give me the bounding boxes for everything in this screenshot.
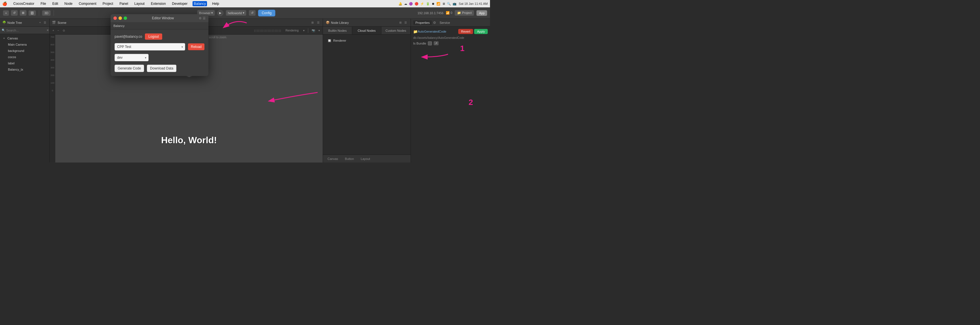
tab-service[interactable]: Service: [437, 21, 452, 25]
editor-actions-row: Generate Code Download Data: [115, 65, 204, 72]
ruler-500: 500: [51, 51, 54, 54]
node-tree-menu-btn[interactable]: ☰: [43, 21, 47, 24]
renderer-label: Renderer: [333, 39, 346, 42]
separator-1: [39, 10, 39, 16]
menubar-node[interactable]: Node: [63, 1, 74, 6]
menubar-file[interactable]: File: [40, 1, 47, 6]
config-button[interactable]: Config: [258, 10, 275, 16]
menubar-edit[interactable]: Edit: [51, 1, 59, 6]
menubar-balancy[interactable]: Balancy: [192, 1, 207, 6]
fit-button[interactable]: ⊠: [19, 10, 27, 16]
project-icon: 📁: [457, 11, 461, 14]
app-button[interactable]: App: [476, 10, 487, 16]
tab-cloud-nodes[interactable]: Cloud Nodes: [352, 27, 382, 34]
camera-btn[interactable]: 📷: [310, 29, 316, 33]
menubar-developer[interactable]: Developer: [171, 1, 189, 6]
editor-more-btn[interactable]: ☰: [203, 16, 205, 20]
editor-subtitle-label: Balancy: [113, 24, 124, 27]
add-button[interactable]: +: [3, 10, 9, 16]
external-link-btn[interactable]: ↗: [434, 41, 439, 45]
browser-arrow-icon: ▾: [211, 11, 213, 15]
tab-properties[interactable]: Properties: [413, 21, 432, 25]
maximize-window-button[interactable]: [124, 16, 127, 20]
properties-service-icon: ⚙: [433, 21, 436, 25]
toolbar-center: Browser ▾ ▶ helloworld ▾ ↺ Config: [57, 10, 416, 16]
node-lib-dock-btn[interactable]: ⊞: [398, 21, 402, 24]
screenshot-button[interactable]: 🖼: [29, 10, 36, 16]
tab-custom-nodes[interactable]: Custom Nodes: [382, 27, 410, 34]
node-lib-item-renderer[interactable]: 🔲 Renderer: [325, 37, 408, 44]
logout-button[interactable]: Logout: [145, 33, 162, 40]
ruler-marks: | | | | | | | | | | | | | | | | | | | |: [255, 29, 281, 32]
menubar-component[interactable]: Component: [78, 1, 97, 6]
prop-header-row: 📁 AutoGeneratedCode Revert Apply: [413, 29, 488, 34]
scene-menu-btn[interactable]: ☰: [316, 21, 320, 24]
editor-title-actions: ⚙ ☰: [199, 16, 205, 20]
notification-icon[interactable]: 🔔: [398, 2, 402, 6]
search-input[interactable]: [6, 29, 45, 32]
editor-settings-btn[interactable]: ⚙: [199, 16, 202, 20]
record-icon: ⏺: [431, 2, 435, 5]
tab-builtin-nodes[interactable]: Builtin Nodes: [323, 27, 352, 34]
rendering-menu-btn[interactable]: ▾: [302, 29, 306, 33]
display-icon: 📺: [453, 2, 457, 6]
tree-item-canvas[interactable]: ▾ Canvas: [0, 35, 49, 41]
tree-item-background[interactable]: background: [0, 48, 49, 54]
search-clear-icon[interactable]: ✕: [46, 29, 49, 32]
bottom-tab-button[interactable]: Button: [342, 156, 356, 161]
menubar-help[interactable]: Help: [211, 1, 220, 6]
search-menu-icon[interactable]: 🔍: [447, 2, 451, 6]
apply-button[interactable]: Apply: [474, 29, 488, 34]
tree-item-balancy-tx[interactable]: Balancy_tx: [0, 66, 49, 73]
ruler-600: 600: [51, 43, 54, 46]
apple-menu[interactable]: 🍎: [2, 2, 7, 6]
display-menu-btn[interactable]: ▾: [317, 29, 321, 33]
reload-button[interactable]: Reload: [188, 43, 204, 50]
tree-item-cocos[interactable]: cocos: [0, 54, 49, 60]
cloud-icon[interactable]: ☁: [404, 2, 407, 6]
scene-refresh-button[interactable]: ↺: [249, 10, 256, 16]
zoom-in-btn[interactable]: +: [51, 29, 55, 33]
download-data-button[interactable]: Download Data: [147, 65, 177, 72]
tree-item-main-camera[interactable]: Main Camera: [0, 41, 49, 48]
project-select[interactable]: CPP Test Option 2: [115, 43, 185, 51]
scene-select[interactable]: helloworld ▾: [226, 10, 247, 16]
play-button[interactable]: ▶: [217, 10, 223, 16]
editor-subtitle-bar: Balancy: [111, 22, 208, 30]
scene-dock-btn[interactable]: ⊞: [310, 21, 315, 24]
editor-window-title: Editor Window: [129, 16, 197, 20]
3d-toggle[interactable]: 3D: [42, 10, 51, 16]
bottom-tab-canvas[interactable]: Canvas: [325, 156, 340, 161]
node-tree-add-btn[interactable]: +: [38, 21, 42, 24]
ruler-100: 100: [51, 82, 54, 84]
tree-item-label[interactable]: label: [0, 60, 49, 66]
ruler-400: 400: [51, 59, 54, 61]
toolbar-sep: [308, 29, 308, 33]
rendering-label: Rendering: [286, 29, 299, 32]
menubar-extension[interactable]: Extension: [150, 1, 167, 6]
tab-custom-nodes-label: Custom Nodes: [386, 29, 406, 32]
node-tree-header: 🌳 Node Tree + ☰: [0, 19, 49, 27]
generate-code-button[interactable]: Generate Code: [115, 65, 144, 72]
is-bundle-checkbox[interactable]: [428, 41, 432, 45]
refresh-button[interactable]: ↺: [11, 10, 18, 16]
node-tree-panel: 🌳 Node Tree + ☰ 🔍 ✕ ↺ ▾ Canvas Main Came…: [0, 19, 49, 162]
close-window-button[interactable]: [113, 16, 117, 20]
fit-view-btn[interactable]: ⊙: [62, 29, 66, 33]
menubar-cocoscreator[interactable]: CocosCreator: [12, 1, 35, 6]
node-library-tabs: Builtin Nodes Cloud Nodes Custom Nodes: [323, 27, 410, 35]
project-label: Project: [462, 11, 472, 14]
menubar-layout[interactable]: Layout: [133, 1, 146, 6]
wifi-icon: 📶: [436, 2, 441, 6]
minimize-window-button[interactable]: [119, 16, 122, 20]
menubar-time: Sat 18 Jan 11:41 AM: [459, 2, 488, 5]
node-lib-menu-btn[interactable]: ☰: [404, 21, 408, 24]
menubar-panel[interactable]: Panel: [118, 1, 129, 6]
zoom-out-btn[interactable]: −: [56, 29, 60, 33]
menubar-project[interactable]: Project: [102, 1, 114, 6]
prop-path: db://assets/balancy/AutoGeneratedCode: [413, 36, 488, 40]
revert-button[interactable]: Revert: [458, 29, 473, 34]
bottom-tab-layout[interactable]: Layout: [358, 156, 372, 161]
project-button[interactable]: 📁 Project: [455, 10, 474, 16]
env-select[interactable]: dev prod stage: [115, 54, 149, 61]
